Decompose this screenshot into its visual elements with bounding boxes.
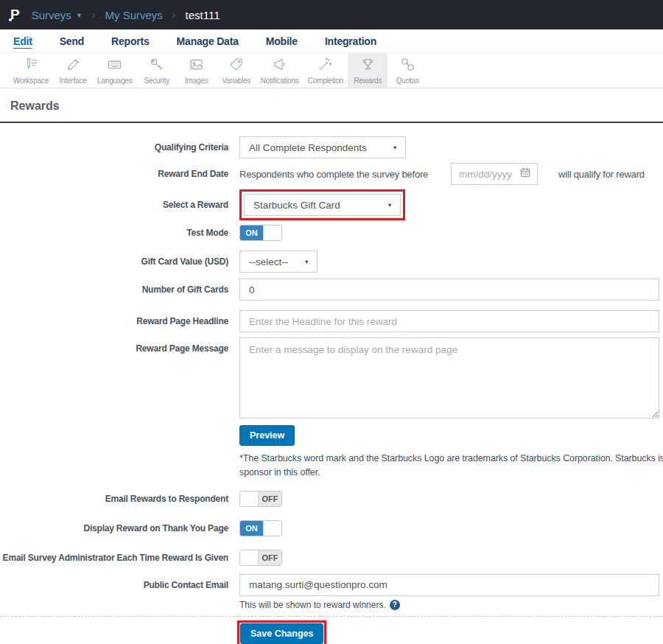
chevron-down-icon: ▼ — [387, 202, 393, 209]
public-contact-email-input[interactable] — [239, 574, 659, 596]
qualifying-criteria-value: All Complete Respondents — [249, 142, 367, 153]
tab-mobile[interactable]: Mobile — [266, 35, 298, 47]
select-reward-select[interactable]: Starbucks Gift Card ▼ — [244, 194, 401, 216]
public-contact-email-row: Public Contact Email This will be shown … — [0, 574, 663, 610]
tab-integration[interactable]: Integration — [325, 35, 376, 47]
select-reward-highlight: Starbucks Gift Card ▼ — [239, 189, 405, 220]
toolbar-label: Variables — [222, 77, 250, 85]
completion-icon — [318, 57, 333, 75]
reward-page-headline-input[interactable] — [239, 310, 659, 332]
reward-end-date-prefix: Respondents who complete the survey befo… — [239, 169, 428, 180]
reward-page-message-row: Reward Page Message — [0, 337, 663, 419]
toggle-knob — [263, 521, 281, 536]
toggle-state: ON — [240, 521, 263, 536]
reward-end-date-input[interactable]: mm/dd/yyyy — [451, 163, 538, 185]
toggle-knob — [263, 225, 281, 240]
gift-card-value-select[interactable]: --select-- ▼ — [239, 251, 318, 273]
tab-manage-data[interactable]: Manage Data — [177, 35, 239, 47]
rewards-form: Qualifying Criteria All Complete Respond… — [0, 123, 663, 644]
email-rewards-label: Email Rewards to Respondent — [0, 494, 228, 504]
top-bar: P Surveys ▼ › My Surveys › test111 — [0, 0, 663, 29]
notifications-icon — [272, 57, 287, 75]
page-title: Rewards — [10, 99, 663, 113]
toggle-state: OFF — [259, 550, 281, 565]
test-mode-row: Test Mode ON — [0, 225, 663, 241]
toggle-knob — [240, 491, 259, 506]
select-reward-label: Select a Reward — [0, 200, 228, 210]
toolbar-label: Images — [185, 77, 208, 85]
toolbar-item-quotas[interactable]: Quotas — [387, 53, 427, 88]
chevron-down-icon: ▼ — [304, 259, 309, 265]
gift-card-value-value: --select-- — [249, 256, 288, 267]
gift-card-value-row: Gift Card Value (USD) --select-- ▼ — [0, 251, 663, 273]
toolbar-label: Completion — [308, 77, 344, 85]
workspace-icon — [24, 57, 39, 75]
breadcrumb-my-surveys[interactable]: My Surveys — [105, 9, 162, 21]
rewards-icon — [360, 57, 376, 75]
email-help-text: This will be shown to reward winners. — [239, 600, 386, 610]
toggle-state: OFF — [259, 491, 281, 506]
toolbar-item-variables[interactable]: Variables — [217, 53, 256, 88]
test-mode-toggle[interactable]: ON — [239, 225, 282, 241]
security-icon — [149, 57, 164, 75]
breadcrumb-current-survey: test111 — [186, 9, 220, 21]
languages-icon — [107, 57, 122, 75]
display-reward-label: Display Reward on Thank You Page — [0, 523, 228, 533]
toolbar-label: Security — [144, 77, 169, 85]
reward-page-headline-label: Reward Page Headline — [0, 316, 228, 326]
tab-send[interactable]: Send — [60, 35, 84, 47]
reward-page-headline-row: Reward Page Headline — [0, 310, 663, 332]
reward-page-message-textarea[interactable] — [239, 337, 659, 419]
breadcrumb-surveys[interactable]: Surveys — [32, 9, 71, 21]
email-rewards-toggle[interactable]: OFF — [239, 491, 282, 507]
starbucks-disclaimer: *The Starbucks word mark and the Starbuc… — [239, 452, 663, 480]
email-admin-row: Email Survey Administrator Each Time Rew… — [0, 550, 663, 566]
test-mode-label: Test Mode — [0, 228, 228, 238]
toolbar-label: Languages — [97, 77, 133, 85]
select-reward-value: Starbucks Gift Card — [253, 200, 340, 211]
number-of-gift-cards-label: Number of Gift Cards — [0, 284, 228, 295]
email-rewards-row: Email Rewards to Respondent OFF — [0, 491, 663, 507]
questionpro-logo-icon[interactable]: P — [10, 7, 20, 23]
reward-page-message-label: Reward Page Message — [0, 337, 228, 354]
images-icon — [189, 57, 204, 75]
toolbar-item-security[interactable]: Security — [137, 53, 177, 88]
toolbar-label: Interface — [59, 77, 86, 85]
chevron-down-icon: ▼ — [393, 144, 398, 151]
reward-end-date-suffix: will qualify for reward — [558, 169, 645, 180]
toolbar-label: Rewards — [354, 77, 382, 85]
toolbar-item-images[interactable]: Images — [177, 53, 217, 88]
save-changes-button[interactable]: Save Changes — [240, 623, 323, 644]
breadcrumb-separator: › — [92, 9, 96, 21]
qualifying-criteria-select[interactable]: All Complete Respondents ▼ — [239, 136, 406, 158]
gift-card-value-label: Gift Card Value (USD) — [0, 256, 228, 267]
toolbar-item-workspace[interactable]: Workspace — [9, 53, 53, 88]
tab-reports[interactable]: Reports — [111, 35, 150, 47]
calendar-icon[interactable] — [520, 167, 530, 181]
qualifying-criteria-label: Qualifying Criteria — [0, 142, 228, 153]
tab-edit[interactable]: Edit — [13, 35, 32, 47]
help-icon[interactable]: ? — [390, 600, 400, 610]
toolbar-item-languages[interactable]: Languages — [93, 53, 137, 88]
toolbar-label: Notifications — [261, 77, 299, 85]
save-row: Save Changes — [237, 620, 663, 644]
toolbar-item-interface[interactable]: Interface — [53, 53, 93, 88]
toolbar-label: Workspace — [13, 77, 49, 85]
toolbar-item-completion[interactable]: Completion — [304, 53, 348, 88]
breadcrumb-separator: › — [172, 9, 176, 21]
public-contact-email-label: Public Contact Email — [0, 574, 228, 590]
display-reward-row: Display Reward on Thank You Page ON — [0, 520, 663, 536]
toolbar-item-notifications[interactable]: Notifications — [256, 53, 304, 88]
number-of-gift-cards-input[interactable] — [239, 279, 659, 301]
email-help-line: This will be shown to reward winners. ? — [239, 600, 400, 610]
toolbar-item-rewards[interactable]: Rewards — [348, 53, 387, 88]
email-admin-label: Email Survey Administrator Each Time Rew… — [0, 553, 228, 563]
preview-button[interactable]: Preview — [239, 425, 295, 446]
main-nav: Edit Send Reports Manage Data Mobile Int… — [0, 29, 663, 53]
reward-end-date-row: Reward End Date Respondents who complete… — [0, 163, 663, 185]
chevron-down-icon[interactable]: ▼ — [76, 12, 83, 19]
display-reward-toggle[interactable]: ON — [239, 520, 282, 536]
edit-toolbar: Workspace Interface Languages Security I… — [0, 53, 663, 88]
email-admin-toggle[interactable]: OFF — [239, 550, 282, 566]
number-of-gift-cards-row: Number of Gift Cards — [0, 279, 663, 301]
